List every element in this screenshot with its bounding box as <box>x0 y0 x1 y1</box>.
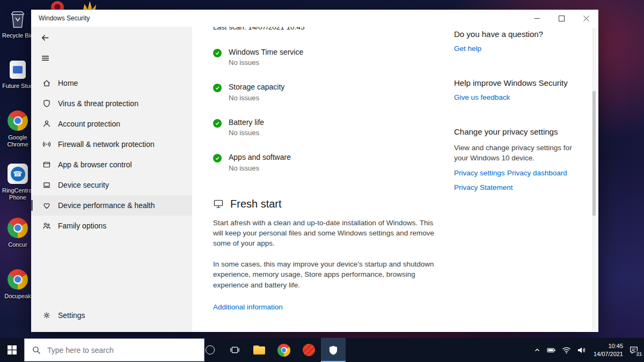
get-help-link[interactable]: Get help <box>454 45 481 53</box>
sidebar-item-label: Settings <box>58 311 85 320</box>
privacy-description: View and change privacy settings for you… <box>454 143 582 163</box>
health-report-list: Windows Time service No issues Storage c… <box>213 48 441 172</box>
desktop-icon-future-studio[interactable]: Future Stud <box>1 59 35 90</box>
red-app-button[interactable] <box>296 338 321 362</box>
sidebar-item-label: Device security <box>58 181 109 189</box>
desktop-icon-concur[interactable]: Concur <box>1 217 35 248</box>
taskbar: 10:45 14/07/2021 21 <box>0 338 644 362</box>
chrome-shortcut-icon <box>1 217 35 239</box>
task-view-icon <box>230 345 240 355</box>
hidden-icons-button[interactable] <box>533 346 541 354</box>
fresh-start-section: Fresh start Start afresh with a clean an… <box>213 198 441 312</box>
back-button[interactable] <box>39 31 52 45</box>
hamburger-menu-button[interactable] <box>39 51 52 65</box>
windows-security-window: Windows Security <box>31 10 598 332</box>
desktop-icon-label: Google Chrome <box>1 134 35 148</box>
sidebar-item-label: Firewall & network protection <box>58 140 155 149</box>
sidebar-item-app-browser-control[interactable]: App & browser control <box>31 154 192 175</box>
desktop-icon-label: Concur <box>1 241 35 248</box>
sidebar: Home Virus & threat protection Account p… <box>31 27 192 332</box>
sidebar-item-family-options[interactable]: Family options <box>31 216 192 236</box>
security-shield-icon <box>328 345 339 356</box>
content-column: Last scan: 14/07/2021 10:45 Windows Time… <box>213 27 441 312</box>
search-icon <box>32 346 41 354</box>
taskbar-search[interactable] <box>24 338 204 361</box>
close-icon <box>583 16 589 21</box>
start-button[interactable] <box>0 338 24 362</box>
clock-date: 14/07/2021 <box>592 350 623 358</box>
phone-app-icon: ☎ <box>1 162 35 185</box>
sidebar-item-virus-threat-protection[interactable]: Virus & threat protection <box>31 93 192 114</box>
gear-icon <box>42 311 51 320</box>
battery-tray-icon[interactable] <box>547 346 556 354</box>
sidebar-item-label: Device performance & health <box>58 201 155 210</box>
maximize-button[interactable] <box>549 10 574 27</box>
cortana-button[interactable] <box>197 338 222 362</box>
windows-security-taskbar-button[interactable] <box>321 338 346 362</box>
app-window-icon <box>42 160 51 169</box>
system-tray: 10:45 14/07/2021 21 <box>533 338 644 362</box>
desktop-icon-recycle-bin[interactable]: Recycle Bin <box>1 9 35 39</box>
health-item-status: No issues <box>229 94 284 102</box>
window-title: Windows Security <box>39 14 90 22</box>
sidebar-item-device-security[interactable]: Device security <box>31 175 192 195</box>
network-tray-icon[interactable] <box>562 346 571 354</box>
health-item-title: Windows Time service <box>229 48 303 57</box>
chrome-taskbar-button[interactable] <box>272 338 296 362</box>
red-app-icon <box>303 344 315 356</box>
hamburger-icon <box>41 54 50 63</box>
titlebar[interactable]: Windows Security <box>31 10 598 27</box>
chrome-shortcut-icon <box>1 268 35 291</box>
give-feedback-link[interactable]: Give us feedback <box>454 93 510 101</box>
close-button[interactable] <box>574 10 598 27</box>
sidebar-item-device-performance-health[interactable]: Device performance & health <box>31 195 192 216</box>
sidebar-item-label: Virus & threat protection <box>58 99 138 108</box>
minimize-button[interactable] <box>524 10 549 27</box>
scrollbar-thumb[interactable] <box>592 91 596 216</box>
desktop-icon-docupeak[interactable]: Docupeak <box>1 268 35 300</box>
file-explorer-button[interactable] <box>247 338 272 362</box>
chrome-icon <box>1 109 35 132</box>
health-item-windows-time-service: Windows Time service No issues <box>213 48 441 67</box>
desktop-icon-label: RingCentral Phone <box>1 187 35 201</box>
volume-tray-icon[interactable] <box>577 346 586 354</box>
sidebar-settings-area: Settings <box>31 305 192 326</box>
family-icon <box>42 221 51 231</box>
desktop-icon-label: Docupeak <box>1 293 35 300</box>
sidebar-item-firewall-network-protection[interactable]: Firewall & network protection <box>31 134 192 154</box>
action-center-button[interactable]: 21 <box>629 345 639 355</box>
desktop-icon-ringcentral-phone[interactable]: ☎ RingCentral Phone <box>1 162 35 201</box>
sidebar-item-home[interactable]: Home <box>31 73 192 93</box>
desktop-icon-label: Future Stud <box>1 83 35 90</box>
window-controls <box>524 10 598 27</box>
chevron-up-icon <box>533 346 541 354</box>
search-input[interactable] <box>46 345 177 355</box>
person-icon <box>42 120 51 129</box>
wireless-signal-icon <box>42 140 51 149</box>
health-item-status: No issues <box>229 129 264 137</box>
additional-information-link[interactable]: Additional information <box>213 303 283 311</box>
help-panel: Do you have a question? Get help Help im… <box>454 27 582 192</box>
window-body: Home Virus & threat protection Account p… <box>31 27 598 332</box>
privacy-dashboard-link[interactable]: Privacy dashboard <box>507 169 567 177</box>
task-view-button[interactable] <box>222 338 247 362</box>
maximize-icon <box>559 16 565 21</box>
sidebar-item-settings[interactable]: Settings <box>31 305 192 326</box>
wifi-icon <box>562 346 571 354</box>
health-item-title: Storage capacity <box>229 83 284 92</box>
privacy-statement-link[interactable]: Privacy Statement <box>454 183 513 191</box>
laptop-icon <box>42 181 51 190</box>
speaker-icon <box>577 346 586 354</box>
question-title: Do you have a question? <box>454 29 582 39</box>
taskbar-clock[interactable]: 10:45 14/07/2021 <box>592 342 623 358</box>
privacy-settings-link[interactable]: Privacy settings <box>454 169 505 177</box>
window-scrollbar[interactable] <box>592 28 596 331</box>
shield-icon <box>42 99 51 108</box>
privacy-title: Change your privacy settings <box>454 127 582 136</box>
sidebar-item-account-protection[interactable]: Account protection <box>31 114 192 134</box>
recycle-bin-icon <box>1 9 35 30</box>
desktop-icon-google-chrome[interactable]: Google Chrome <box>1 109 35 148</box>
sidebar-item-label: Family options <box>58 221 106 230</box>
fresh-start-paragraph-1: Start afresh with a clean and up-to-date… <box>213 218 434 248</box>
sidebar-item-label: Account protection <box>58 120 120 128</box>
